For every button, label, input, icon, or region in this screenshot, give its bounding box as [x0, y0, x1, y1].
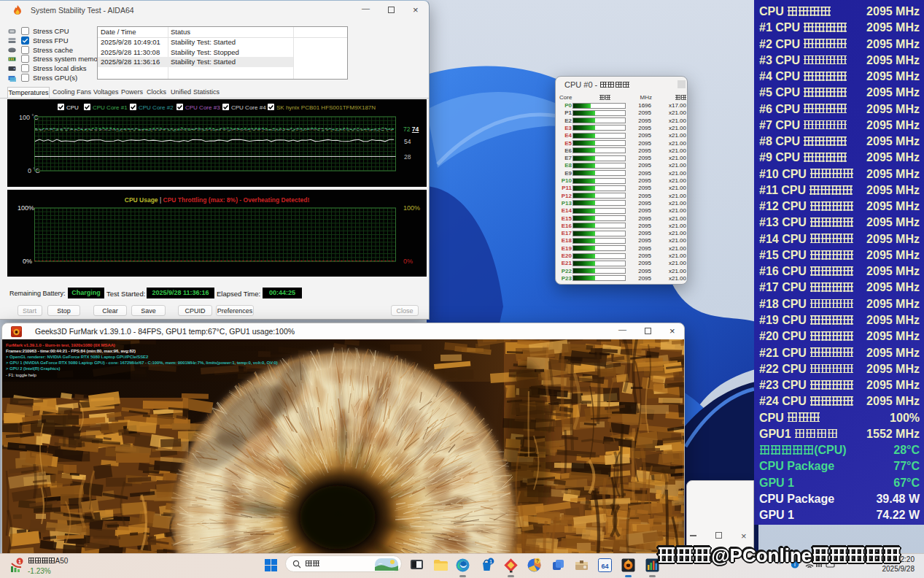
- svg-text:64: 64: [601, 563, 608, 570]
- svg-text:1: 1: [489, 558, 492, 565]
- svg-text:?: ?: [536, 558, 539, 563]
- svg-text:1: 1: [18, 559, 21, 564]
